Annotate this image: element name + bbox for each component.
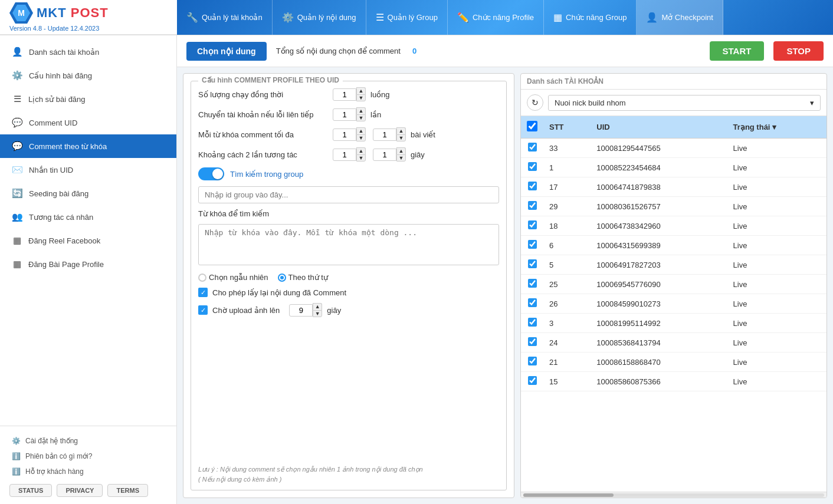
sidebar-item-seeding-bai-dang[interactable]: 🔄Seeding bài đăng	[0, 182, 176, 205]
logo-icon: M	[9, 2, 33, 24]
nav-tab-quan-ly-noi-dung[interactable]: ⚙️Quản lý nội dung	[273, 0, 366, 35]
chuyen-tk-down[interactable]: ▼	[356, 114, 366, 121]
moi-tu-khoa-input2[interactable]	[373, 129, 396, 141]
start-button[interactable]: START	[710, 41, 765, 61]
chon-noi-dung-button[interactable]: Chọn nội dung	[186, 42, 267, 61]
moi-tu-khoa-up1[interactable]: ▲	[356, 127, 366, 134]
row-status-6: Live	[727, 255, 827, 275]
chuyen-tk-up[interactable]: ▲	[356, 107, 366, 114]
so-luong-up[interactable]: ▲	[356, 87, 366, 94]
cho-upload-spin[interactable]: ▲ ▼	[289, 303, 322, 317]
sidebar-item-tuong-tac-ca-nhan[interactable]: 👥Tương tác cá nhân	[0, 205, 176, 229]
khoang-cach-spin1[interactable]: ▲ ▼	[333, 147, 366, 162]
row-checkbox-11[interactable]	[528, 357, 537, 365]
row-checkbox-3[interactable]	[528, 201, 537, 210]
row-uid-8: 100084599010273	[591, 294, 727, 314]
cho-upload-row: ✓ Chờ upload ảnh lên ▲ ▼ giây	[198, 303, 499, 317]
row-checkbox-cell	[521, 314, 543, 333]
cho-upload-checkbox[interactable]: ✓	[198, 305, 208, 315]
cho-phep-lay-lai-row: ✓ Cho phép lấy lại nội dung đã Comment	[198, 288, 499, 297]
row-checkbox-2[interactable]	[528, 182, 537, 190]
account-dropdown[interactable]: Nuoi nick build nhom ▾	[548, 95, 821, 111]
sidebar-item-comment-theo-tu-khoa[interactable]: 💬Comment theo từ khóa	[0, 134, 176, 158]
btn-terms[interactable]: TERMS	[107, 484, 148, 497]
chuyen-tk-spin[interactable]: ▲ ▼	[333, 107, 366, 121]
row-checkbox-5[interactable]	[528, 240, 537, 249]
radio-theo-thu-tu[interactable]: Theo thứ tự	[278, 273, 328, 282]
row-checkbox-4[interactable]	[528, 220, 537, 229]
khoang-cach-down1[interactable]: ▼	[356, 154, 366, 162]
row-checkbox-12[interactable]	[528, 376, 537, 385]
so-luong-down[interactable]: ▼	[356, 94, 366, 101]
bottom-icon-ho-tro-khach-hang: ℹ️	[12, 467, 21, 476]
tim-kiem-toggle[interactable]	[198, 167, 224, 180]
row-checkbox-1[interactable]	[528, 162, 537, 171]
bottom-label-ho-tro-khach-hang: Hỗ trợ khách hàng	[25, 467, 84, 476]
stop-button[interactable]: STOP	[773, 41, 824, 61]
row-status-5: Live	[727, 236, 827, 255]
row-checkbox-6[interactable]	[528, 259, 537, 268]
nav-tab-quan-ly-tai-khoan[interactable]: 🔧Quản lý tài khoản	[177, 0, 273, 35]
sidebar-item-dang-bai-page-profile[interactable]: ▦Đăng Bài Page Profile	[0, 252, 176, 276]
khoang-cach-up1[interactable]: ▲	[356, 147, 366, 154]
nav-tab-mo-checkpoint[interactable]: 👤Mở Checkpoint	[637, 0, 723, 35]
sidebar-item-cau-hinh-bai-dang[interactable]: ⚙️Cấu hình bài đăng	[0, 64, 176, 87]
row-status-4: Live	[727, 216, 827, 236]
table-row: 29 100080361526757 Live	[521, 197, 827, 216]
row-checkbox-cell	[521, 353, 543, 372]
table-row: 5 100064917827203 Live	[521, 255, 827, 275]
moi-tu-khoa-down1[interactable]: ▼	[356, 134, 366, 141]
dropdown-arrow-icon: ▾	[810, 98, 814, 107]
nhap-id-group-input[interactable]	[198, 186, 499, 203]
so-luong-input[interactable]	[333, 88, 356, 101]
khoang-cach-spin2[interactable]: ▲ ▼	[373, 147, 406, 162]
btn-status[interactable]: STATUS	[9, 484, 52, 497]
cho-phep-lay-lai-checkbox[interactable]: ✓	[198, 288, 208, 297]
sidebar-item-dang-reel-facebook[interactable]: ▦Đăng Reel Facebook	[0, 229, 176, 252]
moi-tu-khoa-up2[interactable]: ▲	[396, 127, 406, 134]
nav-tab-quan-ly-group[interactable]: ☰Quản lý Group	[366, 0, 448, 35]
sidebar-bottom-ho-tro-khach-hang[interactable]: ℹ️Hỗ trợ khách hàng	[9, 464, 167, 479]
row-status-1: Live	[727, 158, 827, 177]
cho-upload-input[interactable]	[289, 304, 313, 317]
khoang-cach-input1[interactable]	[333, 149, 356, 161]
refresh-button[interactable]: ↻	[527, 94, 543, 111]
logo: M MKT POST	[9, 2, 168, 24]
row-uid-7: 100069545776090	[591, 275, 727, 294]
sidebar-item-danh-sach-tai-khoan[interactable]: 👤Danh sách tài khoản	[0, 40, 176, 64]
moi-tu-khoa-down2[interactable]: ▼	[396, 134, 406, 141]
cho-upload-up[interactable]: ▲	[313, 303, 322, 310]
sidebar-menu: 👤Danh sách tài khoản⚙️Cấu hình bài đăng☰…	[0, 35, 176, 426]
row-checkbox-10[interactable]	[528, 337, 537, 346]
sidebar-bottom: ⚙️Cài đặt hệ thốngℹ️Phiên bản có gì mới?…	[0, 426, 176, 504]
sidebar-item-lich-su-bai-dang[interactable]: ☰Lịch sử bài đăng	[0, 87, 176, 111]
sidebar-bottom-cai-dat-he-thong[interactable]: ⚙️Cài đặt hệ thống	[9, 433, 167, 449]
sidebar-bottom-phien-ban-co-gi-moi[interactable]: ℹ️Phiên bản có gì mới?	[9, 449, 167, 464]
btn-privacy[interactable]: PRIVACY	[57, 484, 103, 497]
select-all-checkbox[interactable]	[527, 121, 537, 131]
row-status-12: Live	[727, 372, 827, 391]
row-status-11: Live	[727, 353, 827, 372]
sidebar-item-comment-uid[interactable]: 💬Comment UID	[0, 111, 176, 134]
radio-circle-ngau-nhien	[198, 274, 206, 282]
nav-tab-chuc-nang-group[interactable]: ▦Chức năng Group	[544, 0, 637, 35]
sidebar-label-tuong-tac-ca-nhan: Tương tác cá nhân	[29, 213, 93, 222]
tu-khoa-textarea[interactable]	[198, 224, 499, 265]
cho-upload-down[interactable]: ▼	[313, 310, 322, 317]
row-checkbox-9[interactable]	[528, 318, 537, 327]
row-checkbox-8[interactable]	[528, 298, 537, 307]
khoang-cach-input2[interactable]	[373, 149, 396, 161]
moi-tu-khoa-spin2[interactable]: ▲ ▼	[373, 127, 406, 141]
khoang-cach-down2[interactable]: ▼	[396, 154, 406, 162]
moi-tu-khoa-input1[interactable]	[333, 129, 356, 141]
sidebar-item-nhan-tin-uid[interactable]: ✉️Nhắn tin UID	[0, 158, 176, 182]
row-checkbox-7[interactable]	[528, 279, 537, 288]
so-luong-spin[interactable]: ▲ ▼	[333, 87, 366, 101]
khoang-cach-up2[interactable]: ▲	[396, 147, 406, 154]
radio-chon-ngau-nhien[interactable]: Chọn ngẫu nhiên	[198, 273, 268, 282]
nav-tab-chuc-nang-profile[interactable]: ✏️Chức năng Profile	[448, 0, 544, 35]
row-status-9: Live	[727, 314, 827, 333]
row-checkbox-0[interactable]	[528, 143, 537, 151]
chuyen-tk-input[interactable]	[333, 108, 356, 121]
moi-tu-khoa-spin1[interactable]: ▲ ▼	[333, 127, 366, 141]
